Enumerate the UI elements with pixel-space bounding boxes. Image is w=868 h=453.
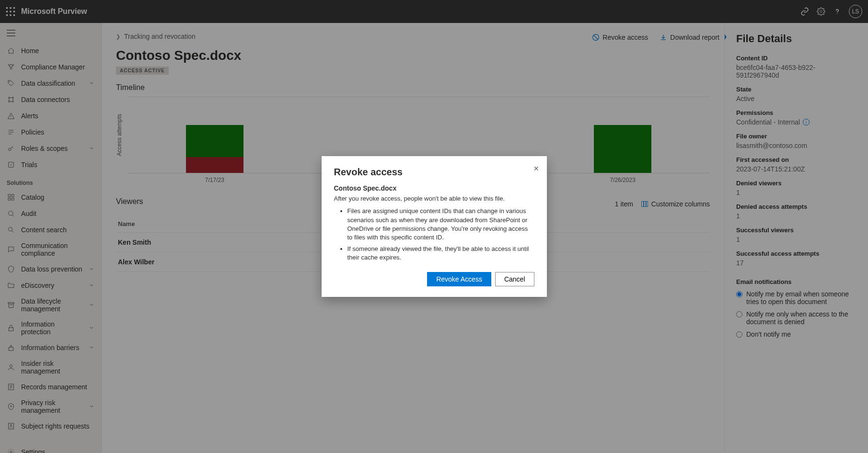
modal-bullet: Files are assigned unique content IDs th… [347,207,534,242]
revoke-access-button[interactable]: Revoke Access [427,272,491,286]
close-icon[interactable]: ✕ [533,165,539,172]
modal-bullet: If someone already viewed the file, they… [347,245,534,262]
modal-filename: Contoso Spec.docx [334,184,534,192]
revoke-access-dialog: ✕ Revoke access Contoso Spec.docx After … [322,156,547,296]
cancel-button[interactable]: Cancel [495,272,534,286]
modal-title: Revoke access [334,167,534,178]
modal-overlay: ✕ Revoke access Contoso Spec.docx After … [0,0,868,453]
modal-intro: After you revoke access, people won't be… [334,195,534,202]
